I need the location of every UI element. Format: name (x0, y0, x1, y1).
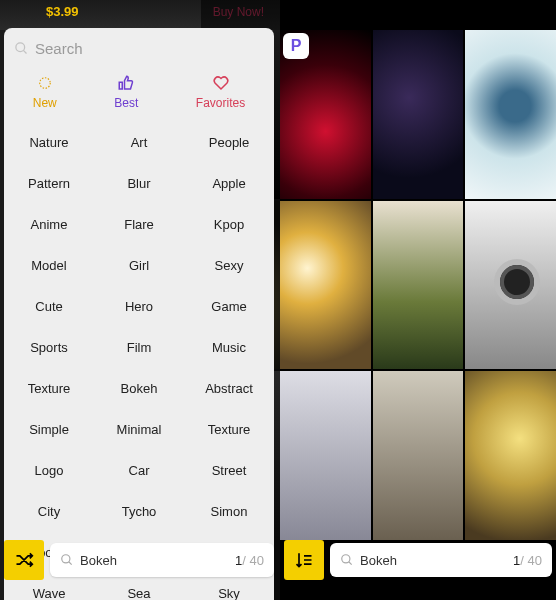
category-item[interactable]: Street (184, 450, 274, 491)
svg-line-1 (23, 50, 26, 53)
shuffle-icon (14, 550, 34, 570)
search-icon (14, 41, 29, 56)
category-item[interactable]: Simon (184, 491, 274, 532)
category-item[interactable]: Abstract (184, 368, 274, 409)
thumbs-up-icon (117, 74, 135, 92)
search-icon (60, 553, 74, 567)
category-item[interactable]: Logo (4, 450, 94, 491)
thumbnail[interactable] (373, 201, 464, 370)
category-item[interactable]: City (4, 491, 94, 532)
category-item[interactable]: Game (184, 286, 274, 327)
svg-point-0 (16, 42, 25, 51)
sort-button[interactable] (284, 540, 324, 580)
category-item[interactable]: Bokeh (94, 368, 184, 409)
search-input[interactable]: Search (4, 28, 274, 68)
tab-label: New (33, 96, 57, 110)
thumbnail[interactable] (465, 30, 556, 199)
sort-icon (294, 550, 314, 570)
thumbnail[interactable] (465, 201, 556, 370)
category-item[interactable]: Cute (4, 286, 94, 327)
filter-tabs: New Best Favorites (4, 68, 274, 122)
category-item[interactable]: Car (94, 450, 184, 491)
svg-point-3 (62, 555, 70, 563)
category-item[interactable]: Texture (4, 368, 94, 409)
category-item[interactable]: Hero (94, 286, 184, 327)
search-placeholder: Search (35, 40, 83, 57)
category-item[interactable]: Sports (4, 327, 94, 368)
banner: $3.99 Buy Now! (0, 0, 280, 30)
app-root: $3.99 Buy Now! Search New (0, 0, 556, 600)
svg-point-2 (40, 78, 51, 89)
category-item[interactable]: Art (94, 122, 184, 163)
svg-line-6 (349, 562, 352, 565)
search-term: Bokeh (360, 553, 513, 568)
search-icon (340, 553, 354, 567)
thumbnail[interactable] (280, 201, 371, 370)
svg-point-5 (342, 555, 350, 563)
search-term: Bokeh (80, 553, 235, 568)
bottom-bar-right: Bokeh 1/ 40 (284, 540, 552, 580)
page-count: 1/ 40 (513, 553, 542, 568)
thumbnail[interactable] (373, 371, 464, 540)
tab-favorites[interactable]: Favorites (196, 74, 245, 110)
app-badge: P (283, 33, 309, 59)
left-pane: $3.99 Buy Now! Search New (0, 0, 280, 600)
search-pill[interactable]: Bokeh 1/ 40 (50, 543, 274, 577)
search-pill[interactable]: Bokeh 1/ 40 (330, 543, 552, 577)
category-item[interactable]: Girl (94, 245, 184, 286)
category-grid: Nature Art People Pattern Blur Apple Ani… (4, 122, 274, 600)
category-item[interactable]: Pattern (4, 163, 94, 204)
shuffle-button[interactable] (4, 540, 44, 580)
category-item[interactable]: Tycho (94, 491, 184, 532)
buy-now-link[interactable]: Buy Now! (213, 5, 264, 19)
thumbnail[interactable] (465, 371, 556, 540)
tab-label: Favorites (196, 96, 245, 110)
tab-new[interactable]: New (33, 74, 57, 110)
thumbnail[interactable] (373, 30, 464, 199)
category-item[interactable]: Minimal (94, 409, 184, 450)
category-item[interactable]: Kpop (184, 204, 274, 245)
category-item[interactable]: Apple (184, 163, 274, 204)
tab-best[interactable]: Best (114, 74, 138, 110)
category-item[interactable]: Anime (4, 204, 94, 245)
menu-card: Search New Best Favorites (4, 28, 274, 600)
category-item[interactable]: Sexy (184, 245, 274, 286)
category-item[interactable]: People (184, 122, 274, 163)
thumbnail[interactable] (280, 371, 371, 540)
category-item[interactable]: Texture (184, 409, 274, 450)
category-item[interactable]: Simple (4, 409, 94, 450)
category-item[interactable]: Music (184, 327, 274, 368)
price-label: $3.99 (46, 4, 79, 19)
category-item[interactable]: Film (94, 327, 184, 368)
right-pane: P Bokeh 1/ 40 (280, 0, 556, 600)
category-item[interactable]: Flare (94, 204, 184, 245)
category-item[interactable]: Blur (94, 163, 184, 204)
sparkle-icon (36, 74, 54, 92)
bottom-bar-left: Bokeh 1/ 40 (4, 540, 274, 580)
tab-label: Best (114, 96, 138, 110)
category-item[interactable]: Model (4, 245, 94, 286)
page-count: 1/ 40 (235, 553, 264, 568)
heart-icon (212, 74, 230, 92)
thumbnail[interactable]: P (280, 30, 371, 199)
svg-line-4 (69, 562, 72, 565)
category-item[interactable]: Nature (4, 122, 94, 163)
thumbnail-grid: P (280, 30, 556, 540)
